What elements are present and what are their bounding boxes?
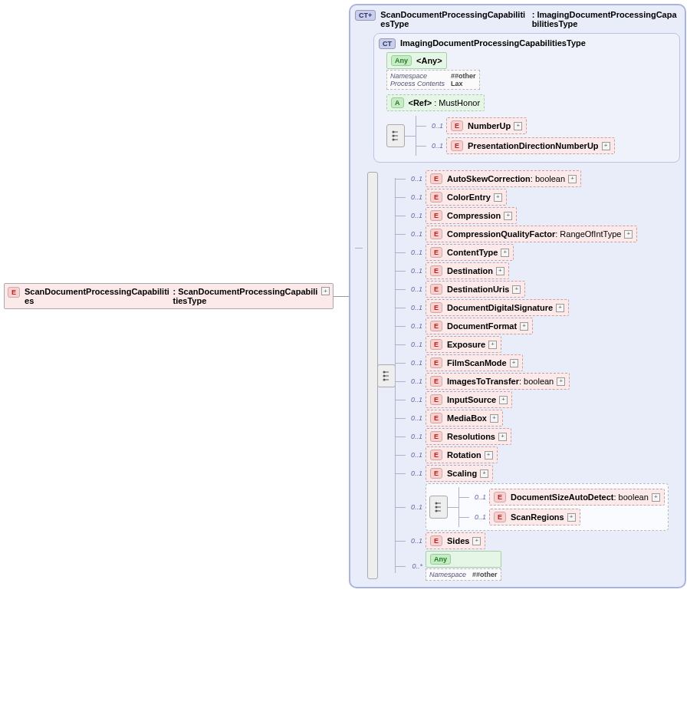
expand-icon[interactable]: + — [512, 285, 521, 294]
expand-icon[interactable]: + — [494, 193, 502, 202]
expand-icon[interactable]: + — [501, 249, 509, 257]
element-row[interactable]: 0..1 E CompressionQualityFactor : RangeO… — [406, 226, 669, 242]
occurs-label: 0..1 — [406, 537, 422, 545]
element-row[interactable]: 0..1 E ContentType + — [406, 244, 669, 261]
ref-attribute[interactable]: A <Ref> : MustHonor — [386, 94, 675, 111]
prop-val: ##other — [451, 72, 476, 80]
ct-name: ScanDocumentProcessingCapabilitiesType — [380, 10, 528, 28]
any-props: Namespace##other Process ContentsLax — [386, 70, 480, 90]
element-name: ImagesToTransfer — [447, 377, 519, 386]
occurs-label: 0..1 — [406, 396, 422, 404]
element-type: : boolean — [519, 377, 554, 386]
expand-icon[interactable]: + — [624, 230, 633, 239]
element-badge: E — [494, 512, 506, 522]
element-type: : boolean — [613, 492, 648, 502]
expand-icon[interactable]: + — [485, 451, 493, 460]
element-row[interactable]: 0..1 E DocumentDigitalSignature + — [406, 299, 669, 316]
element-name: DocumentSizeAutoDetect — [511, 492, 613, 502]
choice-group-row[interactable]: 0..1 0..1 E DocumentSizeAutoDetect : boo… — [406, 483, 669, 531]
ct-title: ScanDocumentProcessingCapabilitiesType :… — [380, 10, 680, 28]
occurs-label: 0..* — [406, 562, 422, 570]
expand-icon[interactable]: + — [514, 122, 522, 130]
element-badge: E — [430, 284, 442, 295]
expand-icon[interactable]: + — [568, 175, 577, 183]
element-box: E DocumentFormat + — [426, 318, 533, 334]
element-box: E ContentType + — [426, 244, 514, 261]
element-row[interactable]: 0..1 E Scaling + — [406, 465, 669, 482]
nested-sequence: 0..1 E DocumentSizeAutoDetect : boolean … — [426, 483, 669, 531]
element-badge: E — [430, 468, 442, 479]
element-row[interactable]: 0..1 E Compression + — [406, 207, 669, 224]
element-name: DestinationUris — [447, 285, 509, 294]
expand-icon[interactable]: + — [480, 469, 488, 478]
element-row[interactable]: 0..1 E Sides + — [406, 532, 669, 549]
element-box: E Sides + — [426, 532, 485, 549]
expand-icon[interactable]: + — [567, 513, 576, 522]
element-name: Rotation — [447, 450, 481, 460]
expand-icon[interactable]: + — [499, 396, 508, 404]
main-sequence: 0..1 E AutoSkewCorrection : boolean + 0.… — [367, 169, 680, 582]
element-badge: E — [430, 394, 442, 405]
any-particle[interactable]: Any <Any> Namespace##other Process Conte… — [386, 52, 675, 90]
expand-icon[interactable]: + — [472, 537, 481, 545]
element-row[interactable]: 0..1 E ColorEntry + — [406, 189, 669, 206]
element-row[interactable]: 0..1 E DestinationUris + — [406, 281, 669, 298]
occurs-label: 0..1 — [406, 304, 422, 311]
element-row[interactable]: 0..1 E DocumentFormat + — [406, 318, 669, 334]
element-row[interactable]: 0..1 E ScanRegions + — [469, 509, 665, 525]
root-element[interactable]: E ScanDocumentProcessingCapabilities : S… — [4, 283, 334, 309]
expand-icon[interactable]: + — [556, 304, 564, 312]
expand-icon[interactable]: + — [496, 267, 504, 275]
element-row[interactable]: 0..1 E InputSource + — [406, 391, 669, 408]
expand-icon[interactable]: + — [321, 287, 330, 295]
ref-type: : MustHonor — [434, 98, 480, 107]
element-row[interactable]: 0..1 E Resolutions + — [406, 428, 669, 445]
expand-icon[interactable]: + — [510, 359, 518, 367]
occurs-label: 0..1 — [406, 249, 422, 256]
occurs-label: 0..1 — [406, 341, 422, 348]
expand-icon[interactable]: + — [504, 212, 512, 220]
element-row[interactable]: 0..1 E Exposure + — [406, 336, 669, 353]
expand-icon[interactable]: + — [488, 341, 497, 349]
ct-base: : ImagingDocumentProcessingCapabilitiesT… — [529, 10, 680, 28]
any-row[interactable]: 0..*AnyNamespace##other — [406, 551, 669, 581]
element-row[interactable]: 0..1 E ImagesToTransfer : boolean + — [406, 373, 669, 390]
element-row[interactable]: 0..1 E Rotation + — [406, 446, 669, 463]
element-badge: E — [430, 210, 442, 221]
element-row[interactable]: 0..1 E MediaBox + — [406, 410, 669, 427]
inherited-sequence: 0..1 E NumberUp + 0..1 E PresentationDir… — [386, 116, 675, 156]
element-row[interactable]: 0..1 E DocumentSizeAutoDetect : boolean … — [469, 489, 665, 506]
element-row[interactable]: 0..1 E AutoSkewCorrection : boolean + — [406, 170, 669, 187]
element-row[interactable]: 0..1 E FilmScanMode + — [406, 354, 669, 371]
expand-icon[interactable]: + — [490, 414, 498, 423]
ct-header[interactable]: CT+ ScanDocumentProcessingCapabilitiesTy… — [355, 10, 680, 28]
inner-ct-name: ImagingDocumentProcessingCapabilitiesTyp… — [400, 38, 586, 48]
sequence-bar — [367, 172, 378, 579]
expand-icon[interactable]: + — [498, 433, 507, 441]
element-name: Resolutions — [447, 432, 495, 441]
any-badge: Any — [430, 554, 451, 565]
occurs-label: 0..1 — [406, 359, 422, 367]
occurs-label: 0..1 — [406, 322, 422, 330]
element-box: E FilmScanMode + — [426, 354, 523, 371]
element-type: : boolean — [531, 174, 565, 183]
attr-badge: A — [391, 97, 404, 108]
expand-icon[interactable]: + — [652, 493, 660, 502]
element-badge: E — [430, 302, 442, 313]
element-box: E Rotation + — [426, 446, 498, 463]
expand-icon[interactable]: + — [557, 377, 565, 386]
inner-ct-header[interactable]: CT ImagingDocumentProcessingCapabilities… — [379, 38, 675, 49]
root-type: : ScanDocumentProcessingCapabilitiesType — [170, 287, 319, 305]
element-row[interactable]: 0..1 E Destination + — [406, 262, 669, 279]
expand-icon[interactable]: + — [520, 322, 528, 331]
any-box: Any <Any> — [386, 52, 447, 69]
element-name: FilmScanMode — [447, 358, 507, 367]
element-row[interactable]: 0..1 E PresentationDirectionNumberUp + — [426, 137, 615, 154]
any-label: <Any> — [416, 56, 442, 65]
expand-icon[interactable]: + — [602, 142, 610, 150]
ct-badge: CT+ — [355, 10, 376, 21]
element-name: Destination — [447, 266, 493, 275]
ref-label: <Ref> — [409, 98, 432, 107]
element-row[interactable]: 0..1 E NumberUp + — [426, 117, 615, 134]
root-type-value: ScanDocumentProcessingCapabilitiesType — [173, 287, 318, 305]
